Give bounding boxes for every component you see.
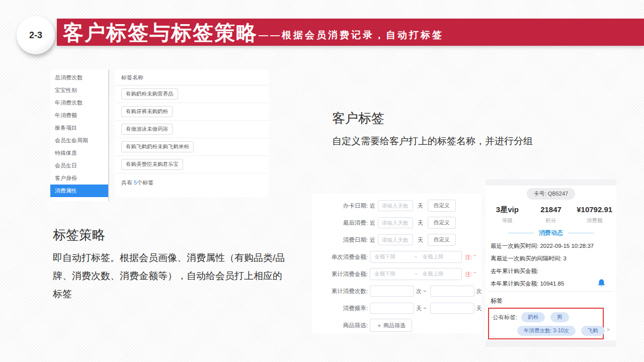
tag-pill[interactable]: 年消费次数: 3-10次: [517, 326, 576, 336]
member-points-label: 积分: [529, 217, 573, 224]
expand-tags-arrow[interactable]: ＞: [605, 325, 611, 334]
table-row: 有购尿裤未购奶粉: [115, 103, 269, 121]
member-spend-label: 消费额: [573, 217, 616, 224]
tag-name-button[interactable]: 有购尿裤未购奶粉: [121, 106, 173, 117]
customer-tag-description: 自定义需要给客户打上的标签名称，并进行分组: [332, 132, 604, 150]
tag-list-panel: 标签名称 有购奶粉未购营养品 有购尿裤未购奶粉 有做游泳未做药浴 有购飞鹤奶粉未…: [115, 69, 269, 197]
customer-tag-section: 客户标签 自定义需要给客户打上的标签名称，并进行分组: [332, 110, 604, 150]
public-tags-label: 公有标签:: [493, 314, 517, 321]
public-tags-row-2: 年消费次数: 3-10次 飞鹤: [517, 326, 600, 336]
tag-strategy-title: 标签策略: [53, 226, 289, 244]
sidebar-item-member-birthday[interactable]: 会员生日: [50, 159, 108, 172]
sidebar-item-year-consume-times[interactable]: 年消费次数: [50, 97, 108, 109]
sidebar-item-customer-identity[interactable]: 客户身份: [50, 172, 108, 185]
frequency-min-input[interactable]: [370, 303, 414, 314]
near-prefix: 近: [370, 219, 375, 227]
note-text: 注: “: [465, 270, 476, 278]
field-label: 办卡日期:: [312, 202, 368, 210]
this-year-amount: 本年累计购买金额: 10941.85: [491, 278, 611, 290]
amount-high-placeholder: 金额上限: [423, 270, 457, 278]
total-times-min-input[interactable]: [370, 286, 414, 297]
public-tags-row-1: 公有标签: 奶粉 男: [493, 312, 600, 322]
tilde: ~: [414, 271, 417, 277]
card-number-pill: 卡号: QB5247: [527, 188, 575, 200]
sidebar-item-year-consume-amount[interactable]: 年消费额: [50, 109, 108, 122]
single-amount-range-input[interactable]: 金额下限 ~ 金额上限: [370, 251, 462, 263]
member-stats-labels: 等级 积分 消费额: [486, 217, 616, 224]
product-filter-button[interactable]: ＋ 商品筛选: [370, 319, 412, 332]
sidebar-item-total-consume-times[interactable]: 总消费次数: [50, 71, 108, 84]
member-filter-form: 办卡日期: 近 天 自定义 最后消费: 近 天 自定义 消费日期: 近 天 自定…: [312, 194, 481, 333]
sidebar-item-consume-attribute[interactable]: 消费属性: [50, 185, 108, 197]
field-label: 最后消费:: [312, 219, 368, 227]
table-row: 有购飞鹤奶粉未购飞鹤米粉: [115, 138, 269, 156]
tag-pill[interactable]: 奶粉: [521, 312, 545, 322]
tag-name-button[interactable]: 有购飞鹤奶粉未购飞鹤米粉: [121, 141, 194, 152]
tag-name-button[interactable]: 有做游泳未做药浴: [121, 124, 173, 135]
tag-name-button[interactable]: 有购美赞臣未购君乐宝: [121, 159, 183, 170]
slide-number: 2-3: [29, 30, 42, 41]
total-times-max-input[interactable]: [430, 286, 474, 297]
times-range-separator: 次 ~: [416, 288, 426, 295]
amount-high-placeholder: 金额上限: [423, 253, 457, 260]
card-top-strip: [486, 179, 616, 186]
consume-date-days-input[interactable]: [378, 234, 413, 245]
sidebar-item-member-lifecycle[interactable]: 会员生命周期: [50, 134, 108, 147]
form-row-total-amount: 累计消费金额: 金额下限 ~ 金额上限 注: “: [312, 265, 481, 283]
form-row-product-filter: 商品筛选: ＋ 商品筛选: [312, 317, 481, 333]
field-label: 累计消费次数:: [312, 288, 368, 295]
member-stats-values: 3星vip 21847 ¥10792.91: [486, 205, 616, 215]
form-row-card-date: 办卡日期: 近 天 自定义: [312, 197, 481, 214]
frequency-max-input[interactable]: [430, 303, 474, 314]
total-amount-range-input[interactable]: 金额下限 ~ 金额上限: [370, 268, 462, 280]
last-consume-days-input[interactable]: [378, 217, 413, 228]
tag-strategy-description: 即自动打标签。根据会员画像、消费属性（有购品类/品牌、消费次数、消费金额等），自…: [53, 249, 289, 303]
amount-low-placeholder: 金额下限: [374, 253, 409, 260]
note-text: 注: “: [465, 253, 476, 261]
sidebar-item-baby-gender[interactable]: 宝宝性别: [50, 84, 108, 97]
tag-strategy-section: 标签策略 即自动打标签。根据会员画像、消费属性（有购品类/品牌、消费次数、消费金…: [53, 226, 289, 303]
consume-trend-title: 消费动态: [539, 229, 563, 237]
tag-count-footer: 共有 5个标签: [115, 173, 269, 192]
field-label: 消费日期:: [312, 236, 368, 244]
form-row-frequency: 消费频率: 天 ~ 天: [312, 300, 481, 317]
member-level-label: 等级: [486, 217, 529, 224]
form-row-total-times: 累计消费次数: 次 ~ 次: [312, 283, 481, 300]
amount-low-placeholder: 金额下限: [374, 270, 409, 278]
field-label: 商品筛选:: [312, 322, 368, 329]
tags-section-title: 标签: [491, 297, 503, 305]
days-range-separator: 天 ~: [416, 305, 426, 312]
day-unit: 天: [476, 305, 481, 312]
sidebar-item-special-constitution[interactable]: 特殊体质: [50, 147, 108, 159]
tag-name-button[interactable]: 有购奶粉未购营养品: [121, 88, 178, 100]
table-row: 有做游泳未做药浴: [115, 121, 269, 138]
tag-pill[interactable]: 男: [550, 312, 569, 322]
customer-tag-title: 客户标签: [332, 110, 604, 127]
tilde: ~: [414, 254, 417, 260]
day-unit: 天: [418, 219, 423, 227]
last-consume-custom-button[interactable]: 自定义: [428, 217, 456, 229]
member-level-value: 3星vip: [486, 205, 529, 215]
card-divider: [489, 291, 613, 292]
field-label: 消费频率:: [312, 305, 368, 312]
field-label: 单次消费金额:: [312, 253, 368, 261]
slide-header-bar: 客户标签与标签策略 ——根据会员消费记录，自动打标签: [57, 19, 644, 46]
bell-icon[interactable]: [598, 279, 605, 287]
last-purchase-time: 最近一次购买时间: 2022-09-15 10:28:37: [491, 240, 611, 252]
card-date-days-input[interactable]: [378, 200, 413, 211]
form-row-consume-date: 消费日期: 近 天 自定义: [312, 231, 481, 248]
field-label: 累计消费金额:: [312, 270, 368, 278]
tag-pill[interactable]: 飞鹤: [581, 326, 605, 336]
near-prefix: 近: [370, 202, 375, 210]
slide-subtitle: ——根据会员消费记录，自动打标签: [259, 30, 444, 40]
times-unit: 次: [476, 288, 481, 295]
day-unit: 天: [418, 236, 423, 244]
divider-line: [568, 233, 594, 233]
sidebar-item-service-project[interactable]: 服务项目: [50, 122, 108, 134]
consume-date-custom-button[interactable]: 自定义: [428, 234, 456, 246]
consume-info-list: 最近一次购买时间: 2022-09-15 10:28:37 离最近一次购买的间隔…: [486, 240, 616, 290]
purchase-interval: 离最近一次购买的间隔时间: 3: [491, 252, 611, 265]
divider-line: [508, 233, 534, 233]
last-year-amount: 去年累计购买金额:: [491, 265, 611, 278]
card-date-custom-button[interactable]: 自定义: [428, 200, 456, 212]
